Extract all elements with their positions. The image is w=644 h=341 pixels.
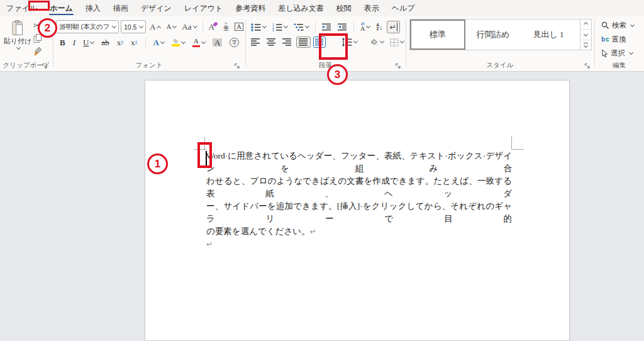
format-painter-button[interactable] [31,46,44,58]
text-line: ー、サイドバーを追加できます。[挿入]·をクリックしてから、それぞれのギャラリー… [206,200,512,225]
document-page[interactable]: Word·に用意されているヘッダー、フッター、表紙、テキスト·ボックス·デザイン… [145,80,570,341]
annotation-box-cursor [197,142,212,168]
paste-clipboard-icon [11,20,25,36]
word-window: ファイル ホーム 挿入 描画 デザイン レイアウト 参考資料 差し込み文書 校閲… [0,0,644,341]
bullet-list-button[interactable] [249,22,268,33]
shading-bucket-icon [369,38,379,47]
select-button[interactable]: 選択 [599,47,635,59]
justify-button[interactable] [296,36,311,48]
multilevel-list-icon [294,23,304,31]
align-right-icon [282,38,292,46]
asian-layout-chevron [366,24,370,28]
asian-layout-button[interactable]: ⇄ A [358,21,372,33]
align-right-button[interactable] [280,37,294,47]
font-name-combobox[interactable]: 游明朝 (本文のフォン [56,20,119,33]
align-center-icon [267,38,276,46]
bullet-list-icon [251,23,261,31]
align-left-button[interactable] [249,37,262,47]
bullet-list-chevron [262,24,267,28]
shrink-font-button[interactable]: A [164,22,178,31]
paragraph-mark: ↵ [310,227,316,236]
increase-indent-icon [338,23,347,31]
character-shading-button[interactable]: A [211,37,224,48]
numbered-list-chevron [284,24,288,28]
show-formatting-marks-toggle[interactable]: ↵ [387,21,399,33]
tab-layout[interactable]: レイアウト [178,0,229,16]
paragraph-dialog-launcher-icon[interactable] [395,63,401,69]
text-effects-button[interactable]: A [152,37,166,48]
borders-chevron [400,39,404,43]
search-icon [601,21,609,30]
style-no-spacing[interactable]: 行間詰め [465,20,521,50]
tab-help[interactable]: ヘルプ [386,0,421,16]
decrease-indent-icon [322,23,331,31]
styles-group: 標準 行間詰め 見出し 1 スタイル [406,16,594,71]
annotation-circle-2: 2 [38,18,57,38]
style-heading1[interactable]: 見出し 1 [521,20,576,50]
tab-design[interactable]: デザイン [135,0,178,16]
tab-references[interactable]: 参考資料 [229,0,272,16]
separator [353,21,354,33]
shading-chevron [380,39,384,43]
style-normal[interactable]: 標準 [410,20,465,50]
numbered-list-button[interactable]: 123 [270,22,289,33]
multilevel-list-button[interactable] [292,22,311,33]
font-size-chevron [139,23,143,28]
enclose-characters-button[interactable]: A [233,21,245,32]
format-painter-icon [33,47,42,57]
superscript-button[interactable]: x2 [129,37,139,48]
clipboard-dialog-launcher-icon[interactable] [42,63,48,69]
change-case-chevron [192,23,197,28]
tab-view[interactable]: 表示 [358,0,386,16]
subscript-button[interactable]: x2 [115,37,125,48]
font-name-chevron [112,23,116,28]
editing-group-label: 編集 [594,61,644,70]
decrease-indent-button[interactable] [320,22,333,32]
clear-formatting-button[interactable]: A [207,21,219,32]
ruby-phonetic-guide-button[interactable]: ア 亜 [221,21,231,33]
annotation-box-line-spacing [319,33,348,60]
font-size-combobox[interactable]: 10.5 [121,20,146,33]
annotation-circle-1: 1 [147,154,168,174]
margin-mark-topright-h [511,149,524,150]
ribbon-tab-bar: ファイル ホーム 挿入 描画 デザイン レイアウト 参考資料 差し込み文書 校閲… [0,0,644,16]
shading-button[interactable] [367,37,386,48]
borders-button[interactable] [388,37,406,48]
paragraph-mark: ↵ [206,240,213,249]
enclose-character-circle-button[interactable]: 字 [228,36,241,48]
styles-dialog-launcher-icon[interactable] [584,63,591,69]
align-center-button[interactable] [265,37,278,47]
style-gallery-more-button[interactable] [580,40,591,50]
style-scroll-down-button[interactable] [580,30,591,40]
tab-review[interactable]: 校閲 [330,0,358,16]
separator [203,21,203,33]
text-line: の要素を選んでください。↵ [206,225,512,238]
font-dialog-launcher-icon[interactable] [234,63,240,69]
bold-button[interactable]: B [58,37,67,48]
highlighter-pen-icon [172,38,180,47]
highlight-color-button[interactable] [170,37,187,48]
find-button[interactable]: 検索 [599,20,636,31]
multilevel-list-chevron [305,24,309,28]
style-scroll-up-button[interactable] [580,20,591,30]
strikethrough-button[interactable]: ab [99,37,111,48]
annotation-circle-3: 3 [327,64,348,85]
select-chevron [629,50,633,54]
italic-button[interactable]: I [71,37,77,48]
sort-button[interactable]: A Z ↓ [374,22,384,33]
tab-mailings[interactable]: 差し込み文書 [272,0,330,16]
grow-font-button[interactable]: A [148,21,162,32]
annotation-box-home-tab [28,1,50,11]
replace-button[interactable]: bc 置換 [599,33,628,45]
underline-button[interactable]: U [81,37,96,48]
tab-draw[interactable]: 描画 [107,0,135,16]
tab-insert[interactable]: 挿入 [79,0,107,16]
change-case-button[interactable]: Aa [180,21,198,32]
line-spacing-chevron [353,39,358,43]
paste-button[interactable]: 貼り付け [4,19,31,50]
underline-chevron [90,39,94,43]
chevron-down-icon [584,43,588,48]
increase-indent-button[interactable] [336,22,349,32]
style-gallery-scrollbar [580,20,591,50]
font-color-button[interactable]: A [191,36,207,48]
